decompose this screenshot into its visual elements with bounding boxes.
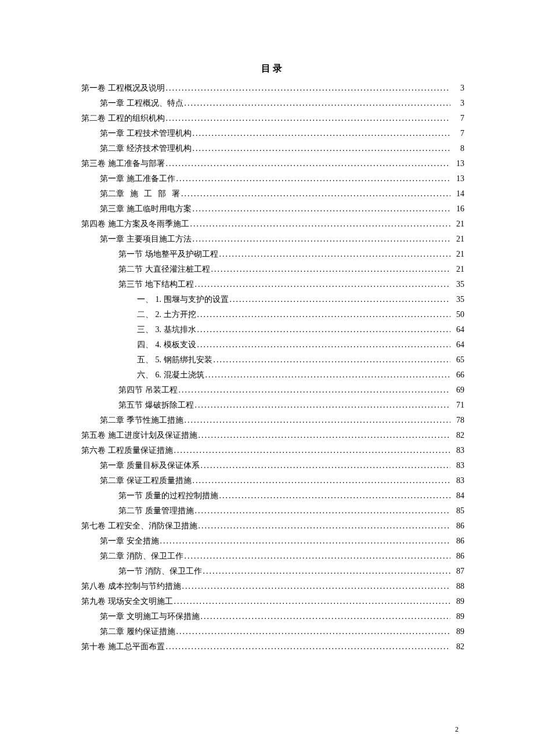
toc-leader-dots	[182, 582, 451, 591]
toc-entry-label: 第一章 主要项目施工方法	[100, 235, 192, 243]
toc-entry-page: 7	[452, 114, 464, 123]
toc-leader-dots	[174, 447, 451, 455]
toc-entry-page: 88	[452, 582, 464, 591]
toc-entry-page: 16	[452, 205, 464, 213]
toc-entry-label: 第九卷 现场安全文明施工	[81, 597, 173, 606]
toc-entry: 第三卷 施工准备与部署13	[81, 158, 464, 173]
toc-entry-page: 83	[452, 447, 464, 455]
toc-leader-dots	[197, 341, 451, 349]
toc-entry-page: 64	[452, 341, 464, 349]
toc-leader-dots	[195, 507, 451, 515]
toc-entry-label: 第一章 工程概况、特点	[100, 99, 183, 107]
toc-entry: 第一章 主要项目施工方法21	[81, 233, 464, 249]
toc-entry: 第一节 消防、保卫工作87	[81, 566, 464, 581]
toc-leader-dots	[199, 522, 451, 530]
toc-entry-label: 第一章 工程技术管理机构	[100, 129, 192, 138]
toc-entry-label: 第五节 爆破拆除工程	[118, 401, 194, 409]
toc-entry-label: 第一章 安全措施	[100, 537, 159, 545]
toc-leader-dots	[166, 643, 451, 651]
toc-leader-dots	[185, 416, 451, 424]
toc-leader-dots	[219, 492, 451, 500]
toc-entry-label: 第十卷 施工总平面布置	[81, 643, 165, 651]
toc-entry: 第一章 文明施工与环保措施89	[81, 611, 464, 626]
toc-entry: 第九卷 现场安全文明施工89	[81, 596, 464, 611]
toc-entry: 第一节 场地整平及护砌工程21	[81, 249, 464, 264]
toc-entry: 第一章 安全措施86	[81, 535, 464, 550]
toc-entry-label: 第一章 质量目标及保证体系	[100, 462, 200, 470]
toc-leader-dots	[214, 356, 451, 364]
toc-entry-page: 3	[452, 99, 464, 107]
toc-entry: 二、 2. 土方开挖50	[81, 309, 464, 324]
toc-leader-dots	[193, 235, 451, 243]
toc-entry: 第八卷 成本控制与节约措施88	[81, 581, 464, 596]
toc-entry: 第五节 爆破拆除工程71	[81, 399, 464, 415]
toc-entry-page: 82	[452, 643, 464, 651]
toc-entry-label: 一、 1. 围堰与支护的设置	[137, 296, 229, 304]
toc-entry-page: 89	[452, 628, 464, 636]
toc-entry: 第五卷 施工进度计划及保证措施82	[81, 430, 464, 445]
toc-entry-page: 89	[452, 613, 464, 621]
toc-entry: 第一章 施工准备工作13	[81, 173, 464, 188]
toc-entry-page: 21	[452, 250, 464, 258]
toc-entry-label: 第一节 消防、保卫工作	[118, 567, 202, 575]
toc-entry: 第二章施工部署14	[81, 188, 464, 203]
toc-leader-dots	[211, 265, 451, 273]
toc-entry: 第一章 质量目标及保证体系83	[81, 460, 464, 475]
toc-entry: 第二章 经济技术管理机构8	[81, 143, 464, 158]
toc-leader-dots	[199, 431, 451, 440]
toc-entry: 第一卷 工程概况及说明3	[81, 82, 464, 98]
toc-entry: 第三章 施工临时用电方案16	[81, 203, 464, 218]
toc-entry-page: 83	[452, 477, 464, 485]
toc-entry-page: 14	[452, 190, 464, 198]
toc-entry: 六、 6. 混凝土浇筑66	[81, 369, 464, 384]
toc-leader-dots	[160, 537, 451, 545]
toc-leader-dots	[201, 613, 451, 621]
toc-entry: 第二章 消防、保卫工作86	[81, 550, 464, 566]
toc-entry: 四、 4. 模板支设64	[81, 339, 464, 354]
toc-entry: 第七卷 工程安全、消防保卫措施86	[81, 520, 464, 535]
toc-entry-label: 第二章 消防、保卫工作	[100, 552, 183, 560]
toc-entry-label: 第七卷 工程安全、消防保卫措施	[81, 522, 197, 530]
toc-entry-page: 21	[452, 265, 464, 273]
toc-entry: 第二章 季节性施工措施78	[81, 415, 464, 430]
toc-entry-label: 第四卷 施工方案及冬雨季施工	[81, 220, 189, 228]
toc-title: 目录	[81, 64, 464, 73]
toc-leader-dots	[185, 552, 451, 560]
toc-leader-dots	[174, 597, 451, 606]
toc-entry-label: 第二章 经济技术管理机构	[100, 145, 192, 153]
toc-entry: 第二卷 工程的组织机构7	[81, 113, 464, 128]
toc-entry-label: 第三节 地下结构工程	[118, 280, 194, 289]
toc-entry-page: 89	[452, 597, 464, 606]
toc-entry: 第二节 质量管理措施85	[81, 505, 464, 520]
toc-entry-page: 65	[452, 356, 464, 364]
page-number: 2	[455, 726, 459, 733]
toc-leader-dots	[219, 250, 451, 258]
toc-entry-page: 8	[452, 145, 464, 153]
toc-entry-page: 78	[452, 416, 464, 424]
toc-leader-dots	[193, 477, 451, 485]
toc-leader-dots	[193, 129, 451, 138]
toc-entry-page: 50	[452, 311, 464, 319]
toc-entry: 第二章 保证工程质量措施83	[81, 475, 464, 490]
toc-leader-dots	[185, 99, 451, 107]
toc-leader-dots	[193, 205, 451, 213]
toc-entry-page: 84	[452, 492, 464, 500]
toc-entry-label: 第三章 施工临时用电方案	[100, 205, 192, 213]
toc-entry-label: 第六卷 工程质量保证措施	[81, 447, 173, 455]
toc-list: 第一卷 工程概况及说明3第一章 工程概况、特点3第二卷 工程的组织机构7第一章 …	[81, 82, 464, 656]
toc-entry-page: 86	[452, 537, 464, 545]
toc-entry-label: 第三卷 施工准备与部署	[81, 160, 165, 168]
toc-entry-label: 第一节 场地整平及护砌工程	[118, 250, 218, 258]
toc-entry-label: 第八卷 成本控制与节约措施	[81, 582, 181, 591]
toc-entry-page: 7	[452, 129, 464, 138]
toc-entry-page: 3	[452, 84, 464, 92]
toc-entry-label: 第一章 施工准备工作	[100, 175, 175, 183]
toc-entry-page: 21	[452, 220, 464, 228]
toc-entry: 三、 3. 基坑排水64	[81, 324, 464, 339]
toc-entry-label: 第一章 文明施工与环保措施	[100, 613, 200, 621]
toc-leader-dots	[176, 628, 451, 636]
toc-entry-page: 86	[452, 552, 464, 560]
toc-entry-page: 85	[452, 507, 464, 515]
toc-entry: 第一节 质量的过程控制措施84	[81, 490, 464, 505]
toc-entry-label: 第二节 质量管理措施	[118, 507, 194, 515]
